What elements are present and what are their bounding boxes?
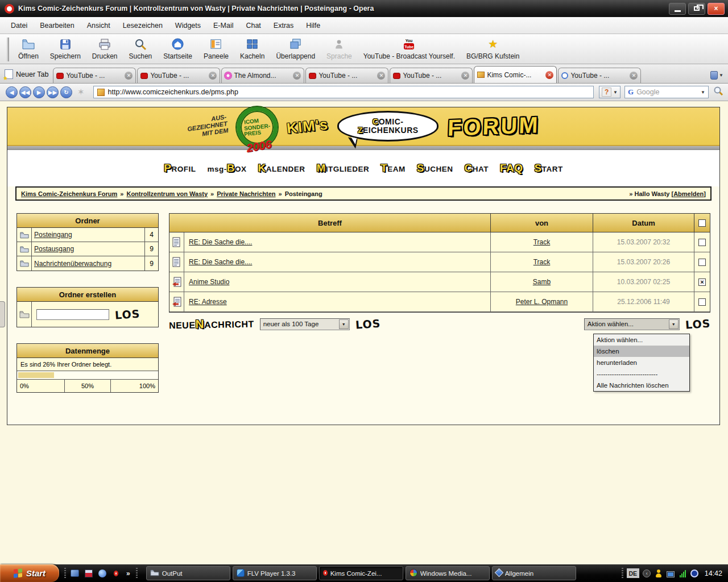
quick-help-dropdown[interactable]: ? ▼ (599, 86, 621, 98)
new-tab-button[interactable]: Neuer Tab (2, 69, 53, 83)
tab-youtube-1[interactable]: YouTube - ...✕ (137, 68, 220, 83)
message-subject-link-re-die-sache-die[interactable]: RE: Die Sache die.... (189, 258, 252, 266)
tab-youtube-0[interactable]: YouTube - ...✕ (53, 68, 136, 83)
nav-link-start[interactable]: START (535, 162, 563, 174)
menu-item-lesezeichen[interactable]: Lesezeichen (117, 19, 169, 32)
toolbar-button-suchen[interactable]: Suchen (123, 36, 158, 61)
menu-item-chat[interactable]: Chat (239, 19, 267, 32)
toolbar-button-speichern[interactable]: Speichern (44, 36, 86, 61)
nav-link-profil[interactable]: PROFIL (164, 162, 196, 174)
toolbar-button-youtube-broadcast-yourself[interactable]: YouTubeYouTube - Broadcast Yourself. (358, 36, 461, 61)
network-icon[interactable] (679, 569, 687, 577)
message-subject-link-re-die-sache-die[interactable]: RE: Die Sache die.... (189, 238, 252, 246)
nav-link-faq[interactable]: FAQ (500, 162, 523, 174)
message-checkbox[interactable] (698, 259, 706, 266)
floppy-icon[interactable] (84, 568, 93, 578)
start-button[interactable]: Start (0, 564, 59, 582)
message-checkbox[interactable] (698, 239, 706, 246)
message-from-link-track[interactable]: Track (533, 238, 551, 246)
close-button[interactable]: × (708, 3, 725, 15)
tab-close-icon[interactable]: ✕ (461, 72, 469, 80)
message-checkbox[interactable] (698, 298, 706, 306)
toolbar-button-startseite[interactable]: Startseite (158, 36, 198, 61)
menu-item-hilfe[interactable]: Hilfe (300, 19, 326, 32)
action-select[interactable]: Aktion wählen... ▼ (584, 318, 680, 330)
menu-item-widgets[interactable]: Widgets (169, 19, 207, 32)
action-option-herunterladen[interactable]: herunterladen (594, 357, 689, 368)
tab-close-icon[interactable]: ✕ (209, 72, 217, 80)
rewind-button[interactable]: ◀◀ (19, 86, 31, 98)
breadcrumb-link-kims-comic-zeichenkurs-forum[interactable]: Kims Comic-Zeichenkurs Forum (21, 190, 117, 197)
toolbar-button-kacheln[interactable]: Kacheln (234, 36, 270, 61)
filter-go-button[interactable]: LOS (355, 317, 381, 331)
tab-close-icon[interactable]: ✕ (293, 72, 301, 80)
collapse-chevron-icon[interactable]: ‹ (643, 569, 651, 577)
toolbar-button-überlappend[interactable]: Überlappend (270, 36, 321, 61)
action-option-alle-nachrichten-löschen[interactable]: Alle Nachrichten löschen (594, 380, 689, 391)
closed-tabs-trash-button[interactable]: ▼ (710, 71, 723, 80)
restore-button[interactable] (688, 3, 705, 15)
task-button-allgemein[interactable]: Allgemein (492, 566, 576, 580)
minimize-button[interactable] (669, 3, 686, 15)
folder-link-posteingang[interactable]: Posteingang (34, 231, 72, 239)
toolbar-button-bg-brg-kufstein[interactable]: ★BG/BRG Kufstein (461, 36, 525, 61)
message-from-link-peter-l-opmann[interactable]: Peter L. Opmann (516, 298, 568, 306)
tab-close-icon[interactable]: ✕ (125, 72, 133, 80)
quick-launch-overflow[interactable]: » (125, 569, 132, 577)
new-folder-input[interactable] (36, 309, 109, 320)
media-player-icon[interactable] (97, 568, 107, 578)
tab-youtube-6[interactable]: YouTube - ...✕ (558, 68, 641, 83)
menu-item-ansicht[interactable]: Ansicht (81, 19, 117, 32)
clock-badge-icon[interactable] (690, 569, 699, 577)
select-all-checkbox[interactable] (698, 219, 706, 227)
tab-the-almond-2[interactable]: The Almond...✕ (221, 68, 304, 83)
search-go-icon[interactable] (713, 86, 723, 98)
nav-link-msg-box[interactable]: msg-BOX (207, 162, 246, 174)
toolbar-button-drucken[interactable]: Drucken (86, 36, 123, 61)
create-folder-go-button[interactable]: LOS (114, 307, 140, 321)
logout-link[interactable]: Abmelden (673, 190, 704, 197)
folder-link-nachrichtenüberwachung[interactable]: Nachrichtenüberwachung (34, 260, 111, 268)
menu-item-datei[interactable]: Datei (5, 19, 34, 32)
nav-link-suchen[interactable]: SUCHEN (417, 162, 453, 174)
tab-youtube-4[interactable]: YouTube - ...✕ (390, 68, 473, 83)
reload-button[interactable]: ↻ (60, 86, 72, 98)
task-button-kims-comic-zei[interactable]: Kims Comic-Zei... (319, 566, 403, 580)
tab-close-icon[interactable]: ✕ (630, 72, 638, 80)
action-option-[interactable]: ---------------------------- (594, 368, 689, 380)
nav-link-team[interactable]: TEAM (380, 162, 406, 174)
action-go-button[interactable]: LOS (685, 317, 711, 331)
message-subject-link-anime-studio[interactable]: Anime Studio (189, 278, 229, 286)
search-input[interactable]: G Google ▼ (624, 86, 709, 98)
display-icon[interactable] (667, 569, 675, 577)
tab-close-icon[interactable]: ✕ (545, 71, 553, 79)
tab-youtube-3[interactable]: YouTube - ...✕ (305, 68, 388, 83)
message-from-link-track[interactable]: Track (533, 258, 551, 266)
action-option-löschen[interactable]: löschen (594, 346, 689, 357)
toolbar-button-paneele[interactable]: Paneele (198, 36, 234, 61)
filter-select[interactable]: neuer als 100 Tage ▼ (260, 318, 350, 330)
menu-item-extras[interactable]: Extras (267, 19, 300, 32)
back-button[interactable]: ◀ (6, 86, 18, 98)
action-option-aktion-wählen[interactable]: Aktion wählen... (594, 334, 689, 346)
menu-item-e-mail[interactable]: E-Mail (207, 19, 239, 32)
toolbar-button-öffnen[interactable]: Öffnen (13, 36, 44, 61)
new-message-button[interactable]: NEUE NACHRICHT (169, 317, 254, 332)
nav-link-chat[interactable]: CHAT (465, 162, 489, 174)
language-indicator[interactable]: DE (627, 568, 639, 578)
tab-close-icon[interactable]: ✕ (377, 72, 385, 80)
task-button-windows-media[interactable]: Windows Media... (406, 566, 490, 580)
forward-button[interactable]: ▶ (33, 86, 45, 98)
task-button-output[interactable]: OutPut (146, 566, 230, 580)
message-checkbox[interactable]: × (698, 278, 706, 286)
breadcrumb-link-private-nachrichten[interactable]: Private Nachrichten (217, 190, 275, 197)
folder-link-postausgang[interactable]: Postausgang (34, 245, 74, 253)
url-field[interactable]: http://www.comiczeichenkurs.de/pms.php (93, 86, 594, 98)
menu-item-bearbeiten[interactable]: Bearbeiten (34, 19, 80, 32)
message-subject-link-re-adresse[interactable]: RE: Adresse (189, 298, 227, 306)
fast-forward-button[interactable]: ▶▶ (47, 86, 59, 98)
panel-toggle-handle[interactable] (0, 301, 5, 327)
messenger-icon[interactable] (655, 569, 663, 577)
nav-link-mitglieder[interactable]: MITGLIEDER (316, 162, 369, 174)
nav-link-kalender[interactable]: KALENDER (258, 162, 305, 174)
